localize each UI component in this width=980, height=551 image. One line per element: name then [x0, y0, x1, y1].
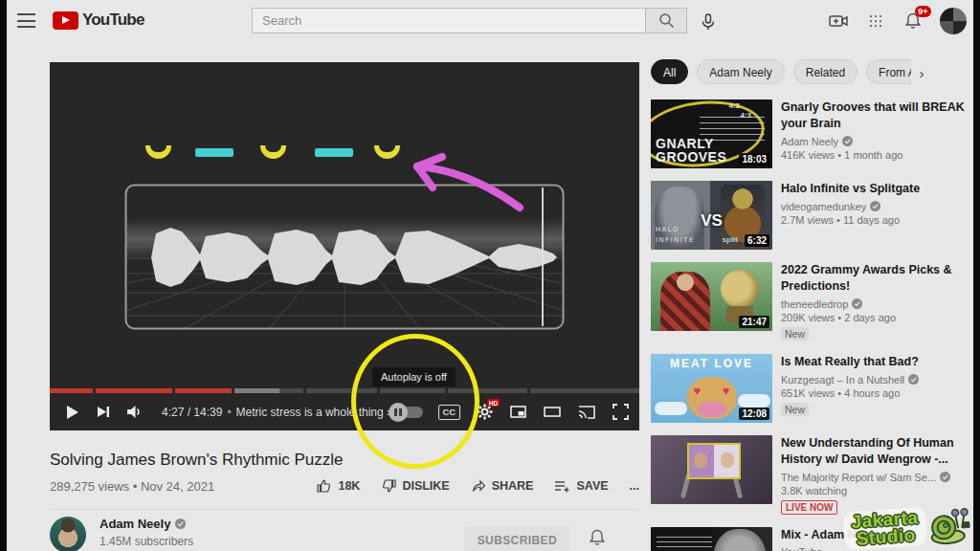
- thumbnail-art: [713, 529, 767, 551]
- hd-quality-badge: HD: [487, 399, 499, 407]
- channel-name: Kurzgesagt – In a Nutshell: [781, 374, 904, 386]
- related-video-item[interactable]: New Understanding Of Human History w/ Da…: [651, 435, 972, 515]
- like-count: 18K: [338, 479, 360, 493]
- video-thumbnail[interactable]: [651, 435, 772, 504]
- apps-grid-icon: [870, 15, 882, 28]
- save-button[interactable]: SAVE: [554, 478, 608, 494]
- volume-button[interactable]: [125, 403, 144, 421]
- apps-grid-button[interactable]: [865, 11, 886, 32]
- divider: [50, 509, 639, 510]
- notification-count-badge: 9+: [915, 6, 931, 17]
- verified-badge-icon: [908, 374, 919, 385]
- chips-scroll-right-icon[interactable]: ›: [911, 62, 932, 83]
- more-icon: ...: [630, 479, 639, 493]
- duration-badge: 21:47: [739, 316, 769, 328]
- subscribed-button[interactable]: SUBSCRIBED: [464, 526, 570, 551]
- live-now-badge: LIVE NOW: [781, 500, 837, 515]
- autoplay-tooltip: Autoplay is off: [372, 367, 456, 386]
- video-thumbnail[interactable]: MEAT LOVE 12:08: [651, 354, 772, 423]
- new-badge: New: [781, 327, 809, 341]
- masthead: YouTube: [0, 0, 980, 43]
- create-video-button[interactable]: [828, 11, 849, 32]
- duration-badge: 6:32: [745, 234, 769, 247]
- dislike-button[interactable]: DISLIKE: [381, 478, 449, 494]
- next-icon: [95, 404, 111, 420]
- fullscreen-button[interactable]: [612, 403, 630, 421]
- user-avatar[interactable]: [940, 8, 967, 34]
- thumbnail-text: HALO INFINITE: [656, 225, 705, 245]
- verified-badge-icon: [842, 136, 853, 146]
- save-playlist-icon: [554, 478, 570, 494]
- notifications-button[interactable]: 9+: [902, 11, 924, 32]
- video-meta-row: 289,275 views • Nov 24, 2021 18K DISLIKE…: [50, 478, 639, 494]
- chip-all[interactable]: All: [651, 59, 688, 84]
- share-button[interactable]: SHARE: [471, 478, 534, 494]
- chapter-title[interactable]: Metric stress is a whole thing: [236, 406, 384, 419]
- filter-chips-bar: All Adam Neely Related From Adam N ›: [651, 59, 972, 88]
- video-actions: 18K DISLIKE SHARE SAVE: [317, 478, 639, 494]
- thumbnail-art: [721, 270, 759, 308]
- miniplayer-button[interactable]: [509, 403, 527, 421]
- chip-adam-neely[interactable]: Adam Neely: [697, 59, 784, 84]
- video-meta: 209K views • 2 days ago: [781, 312, 968, 323]
- video-meta: 651K views • 4 hours ago: [781, 387, 968, 399]
- search-button[interactable]: [645, 8, 687, 33]
- thumbnail-art: [738, 394, 770, 408]
- channel-name: Adam Neely: [781, 136, 838, 147]
- video-thumbnail[interactable]: VS HALO INFINITE split 6:32: [651, 181, 772, 250]
- share-label: SHARE: [492, 479, 534, 493]
- miniplayer-icon: [509, 403, 527, 421]
- related-video-item[interactable]: VS HALO INFINITE split 6:32 Halo Infinit…: [651, 181, 972, 250]
- related-video-item[interactable]: MEAT LOVE 12:08 Is Meat Really that Bad?…: [651, 354, 972, 423]
- video-thumbnail[interactable]: 4:3 4:3 GNARLY GROOVES 18:03: [651, 99, 772, 168]
- more-actions-button[interactable]: ...: [630, 479, 639, 493]
- search-input[interactable]: [252, 8, 645, 33]
- duration-badge: 18:03: [739, 153, 769, 165]
- thumbs-down-icon: [381, 478, 396, 494]
- play-icon: [63, 404, 80, 421]
- autoplay-toggle-knob-pause-icon: [389, 403, 408, 422]
- thumbs-up-icon: [317, 478, 332, 494]
- video-title: Halo Infinite vs Splitgate: [781, 181, 968, 197]
- hamburger-menu-icon[interactable]: [17, 13, 35, 28]
- new-badge: New: [781, 403, 809, 416]
- related-video-item[interactable]: 21:47 2022 Grammy Awards Picks & Predict…: [651, 262, 972, 342]
- channel-avatar[interactable]: [50, 517, 86, 551]
- video-player[interactable]: Autoplay is off: [50, 62, 639, 430]
- channel-name: videogamedunkey: [781, 201, 866, 212]
- cast-button[interactable]: [577, 403, 596, 421]
- chip-from-adam[interactable]: From Adam N: [866, 59, 911, 84]
- related-video-item[interactable]: 4:3 4:3 GNARLY GROOVES 18:03 Gnarly Groo…: [651, 99, 972, 168]
- channel-name[interactable]: Adam Neely: [100, 517, 170, 531]
- search-form: [252, 8, 687, 35]
- search-icon: [658, 12, 675, 29]
- autoplay-toggle[interactable]: [390, 407, 423, 418]
- video-title: New Understanding Of Human History w/ Da…: [781, 435, 968, 468]
- like-button[interactable]: 18K: [317, 478, 360, 494]
- verified-badge-icon: [175, 518, 186, 529]
- channel-name: The Majority Report w/ Sam Se...: [781, 472, 936, 483]
- thumbnail-art: [660, 272, 710, 331]
- play-button[interactable]: [63, 404, 80, 421]
- theater-mode-icon: [543, 403, 562, 421]
- separator-dot: •: [227, 406, 231, 419]
- video-meta: 416K views • 1 month ago: [781, 149, 968, 161]
- voice-search-button[interactable]: [699, 12, 718, 32]
- related-videos-list: 4:3 4:3 GNARLY GROOVES 18:03 Gnarly Groo…: [651, 99, 972, 551]
- save-label: SAVE: [576, 479, 608, 493]
- chip-related[interactable]: Related: [793, 59, 858, 84]
- settings-button[interactable]: HD: [476, 403, 494, 421]
- verified-badge-icon: [852, 298, 862, 309]
- video-title: 2022 Grammy Awards Picks & Predictions!: [781, 262, 968, 295]
- subtitles-button[interactable]: CC: [438, 405, 460, 420]
- channel-name: YouTube: [781, 546, 822, 551]
- jakarta-studio-watermark: Jakarta Studio: [843, 502, 972, 551]
- next-button[interactable]: [95, 404, 111, 420]
- thumbnail-art: [655, 402, 687, 415]
- notification-bell-button[interactable]: [588, 528, 607, 551]
- video-thumbnail[interactable]: 21:47: [651, 262, 772, 331]
- youtube-logo[interactable]: YouTube: [53, 11, 145, 30]
- video-thumbnail[interactable]: WHERE: [651, 527, 772, 551]
- theater-mode-button[interactable]: [543, 403, 562, 421]
- related-videos-sidebar: All Adam Neely Related From Adam N › 4:3…: [651, 59, 972, 88]
